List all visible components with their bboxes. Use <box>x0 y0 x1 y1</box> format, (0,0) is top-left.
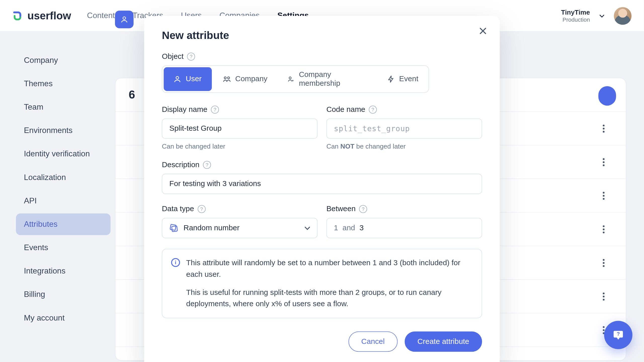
code-name-hint: Can NOT be changed later <box>326 142 482 150</box>
object-option-event[interactable]: Event <box>377 66 429 92</box>
company-icon <box>223 75 231 83</box>
help-chat-icon: ? <box>612 329 624 341</box>
help-icon[interactable]: ? <box>359 205 367 213</box>
modal-overlay: New attribute Object ? User Company <box>0 0 644 361</box>
help-icon[interactable]: ? <box>211 106 219 114</box>
data-type-value: Random number <box>184 224 240 233</box>
help-icon[interactable]: ? <box>197 205 206 213</box>
info-box: i This attribute will randomly be set to… <box>162 249 482 319</box>
svg-text:?: ? <box>617 331 620 337</box>
help-fab[interactable]: ? <box>604 321 632 349</box>
object-segmented: User Company Company membership Event <box>162 65 429 93</box>
help-icon[interactable]: ? <box>369 106 377 114</box>
between-high-input[interactable] <box>359 224 377 233</box>
object-option-membership[interactable]: Company membership <box>277 66 377 92</box>
membership-icon <box>287 75 294 83</box>
object-option-company[interactable]: Company <box>213 66 277 92</box>
user-icon <box>173 75 181 83</box>
event-icon <box>387 75 395 83</box>
chevron-down-icon <box>304 224 311 232</box>
modal-title: New attribute <box>162 29 482 41</box>
close-icon[interactable] <box>478 26 488 36</box>
data-type-label: Data type <box>162 205 194 213</box>
between-field[interactable]: 1 and <box>326 218 482 238</box>
code-name-label: Code name <box>326 105 365 114</box>
data-type-select[interactable]: Random number <box>162 218 317 238</box>
svg-point-2 <box>224 77 226 79</box>
svg-point-5 <box>292 80 293 81</box>
svg-rect-6 <box>170 224 176 230</box>
display-name-hint: Can be changed later <box>162 142 317 150</box>
svg-point-3 <box>227 77 229 79</box>
new-attribute-modal: New attribute Object ? User Company <box>144 16 500 362</box>
svg-point-4 <box>289 77 291 79</box>
help-icon[interactable]: ? <box>187 53 195 61</box>
between-label: Between <box>326 205 355 213</box>
info-text-1: This attribute will randomly be set to a… <box>186 257 473 281</box>
display-name-input[interactable] <box>162 118 317 139</box>
random-icon <box>169 224 178 233</box>
svg-rect-7 <box>172 226 178 232</box>
object-label: Object <box>162 52 183 61</box>
between-joiner: and <box>343 224 355 233</box>
info-text-2: This is useful for running split-tests w… <box>186 287 473 310</box>
display-name-label: Display name <box>162 105 207 114</box>
svg-point-1 <box>176 76 179 79</box>
between-low: 1 <box>334 224 338 233</box>
object-option-user[interactable]: User <box>164 67 212 91</box>
cancel-button[interactable]: Cancel <box>348 332 397 352</box>
description-input[interactable] <box>162 174 482 194</box>
description-label: Description <box>162 160 199 169</box>
info-icon: i <box>171 258 180 267</box>
help-icon[interactable]: ? <box>203 161 211 169</box>
code-name-input[interactable] <box>326 118 482 139</box>
create-attribute-button[interactable]: Create attribute <box>405 332 482 352</box>
